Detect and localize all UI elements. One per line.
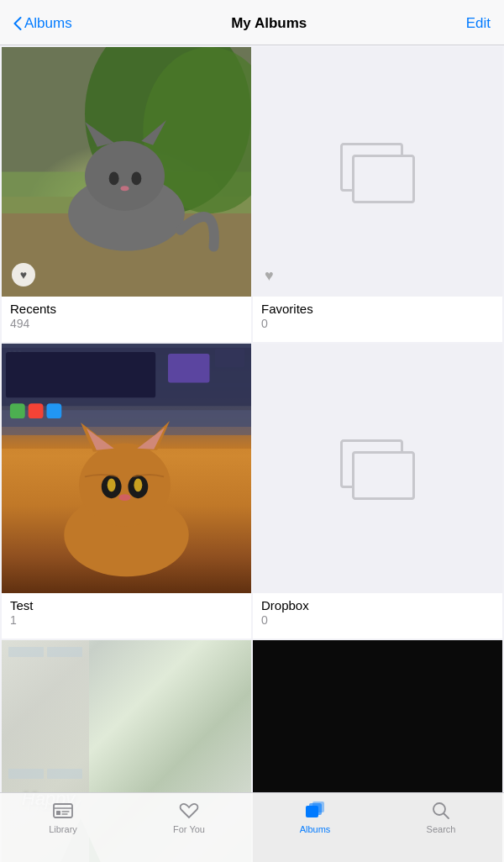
svg-point-29 (119, 494, 131, 501)
album-recents-thumb: ♥ (2, 47, 251, 297)
placeholder-icon-dropbox (340, 439, 416, 498)
heart-overlay: ♥ (12, 263, 35, 286)
album-dropbox[interactable]: Dropbox 0 (253, 344, 502, 639)
bottom-navigation: Library For You Albums Search (0, 792, 504, 862)
chevron-left-icon (13, 17, 22, 30)
test-cat-image (2, 344, 251, 593)
album-test-name: Test (10, 598, 243, 612)
placeholder-icon-favorites (340, 143, 416, 202)
favorites-heart-icon: ♥ (265, 267, 274, 285)
album-recents[interactable]: ♥ Recents 494 (2, 47, 251, 342)
albums-label: Albums (300, 824, 331, 834)
album-favorites-count: 0 (261, 317, 494, 330)
svg-point-10 (121, 186, 129, 191)
albums-scroll-area: ♥ Recents 494 ♥ Favorites 0 (0, 45, 504, 862)
svg-rect-14 (6, 352, 155, 397)
album-test-thumb (2, 344, 251, 593)
for-you-icon (178, 800, 200, 822)
page-title: My Albums (231, 15, 307, 32)
svg-rect-31 (56, 811, 60, 815)
svg-rect-15 (168, 354, 210, 383)
nav-item-for-you[interactable]: For You (160, 800, 218, 834)
album-favorites-info: Favorites 0 (253, 297, 502, 342)
svg-rect-30 (54, 804, 72, 817)
album-favorites-thumb: ♥ (253, 47, 502, 297)
edit-button[interactable]: Edit (466, 15, 491, 32)
album-favorites[interactable]: ♥ Favorites 0 (253, 47, 502, 342)
nav-item-albums[interactable]: Albums (286, 800, 344, 834)
library-label: Library (49, 824, 77, 834)
recents-cat-image (2, 47, 251, 297)
library-icon (52, 800, 74, 822)
album-test[interactable]: Test 1 (2, 344, 251, 639)
album-recents-info: Recents 494 (2, 297, 251, 342)
back-button[interactable]: Albums (13, 15, 72, 32)
svg-point-28 (134, 478, 142, 491)
nav-item-search[interactable]: Search (412, 800, 470, 834)
album-recents-name: Recents (10, 302, 243, 316)
nav-item-library[interactable]: Library (34, 800, 92, 834)
for-you-label: For You (173, 824, 205, 834)
svg-rect-18 (46, 403, 61, 418)
albums-icon (304, 800, 326, 822)
albums-grid: ♥ Recents 494 ♥ Favorites 0 (0, 45, 504, 862)
svg-point-20 (79, 444, 171, 527)
search-label: Search (427, 824, 456, 834)
svg-point-5 (85, 141, 165, 211)
placeholder-front-rect-2 (352, 451, 415, 500)
svg-point-8 (109, 172, 119, 186)
placeholder-front-rect (352, 155, 415, 203)
svg-rect-16 (10, 403, 25, 418)
album-dropbox-info: Dropbox 0 (253, 593, 502, 639)
album-recents-count: 494 (10, 317, 243, 330)
album-favorites-name: Favorites (261, 302, 494, 316)
search-icon (430, 800, 452, 822)
album-test-count: 1 (10, 613, 243, 627)
album-test-info: Test 1 (2, 593, 251, 639)
album-dropbox-name: Dropbox (261, 598, 494, 612)
album-dropbox-count: 0 (261, 613, 494, 627)
album-dropbox-thumb (253, 344, 502, 593)
svg-rect-17 (29, 403, 44, 418)
back-label: Albums (24, 15, 72, 32)
svg-rect-34 (312, 802, 324, 812)
navigation-bar: Albums My Albums Edit (0, 0, 504, 45)
svg-point-9 (131, 172, 141, 186)
svg-point-27 (108, 478, 116, 491)
